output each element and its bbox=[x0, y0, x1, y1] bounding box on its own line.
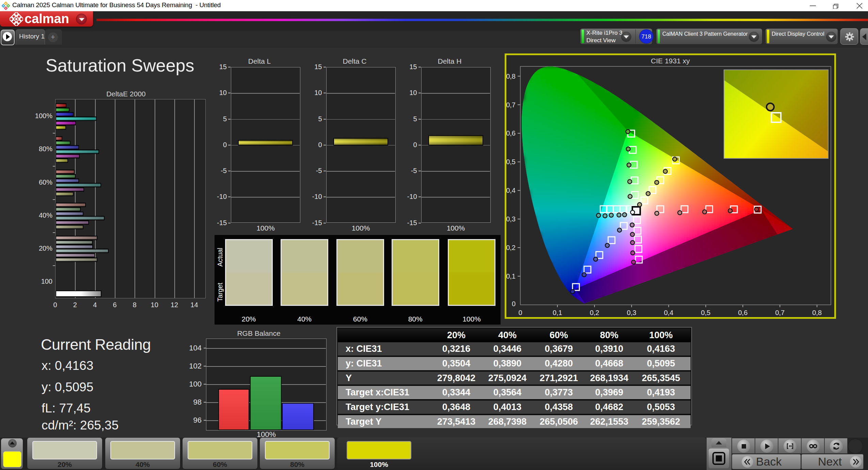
svg-text:0,2: 0,2 bbox=[590, 309, 599, 316]
svg-text:0,3: 0,3 bbox=[627, 309, 636, 316]
svg-text:0,4: 0,4 bbox=[664, 309, 674, 316]
svg-text:0,4: 0,4 bbox=[506, 187, 516, 194]
svg-text:0: 0 bbox=[518, 309, 522, 316]
svg-text:0,8: 0,8 bbox=[812, 309, 822, 316]
svg-text:0,7: 0,7 bbox=[775, 309, 785, 316]
svg-text:0,6: 0,6 bbox=[506, 129, 516, 137]
svg-text:0,1: 0,1 bbox=[506, 272, 516, 280]
svg-text:0,3: 0,3 bbox=[506, 215, 516, 223]
svg-text:0,6: 0,6 bbox=[738, 309, 747, 316]
svg-text:0,8: 0,8 bbox=[506, 73, 516, 80]
svg-text:0: 0 bbox=[512, 300, 516, 308]
svg-text:0,5: 0,5 bbox=[701, 309, 711, 316]
svg-text:0,2: 0,2 bbox=[506, 244, 516, 251]
svg-text:0,7: 0,7 bbox=[506, 101, 516, 109]
svg-text:0,5: 0,5 bbox=[506, 158, 516, 166]
svg-text:0,1: 0,1 bbox=[553, 309, 562, 316]
